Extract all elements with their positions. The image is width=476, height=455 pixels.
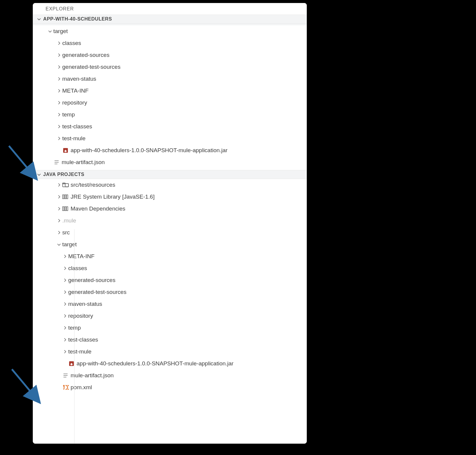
tree-row-label: test-classes	[62, 123, 92, 130]
tree-row[interactable]: classes	[33, 37, 307, 49]
tree-row[interactable]: test-mule	[33, 346, 307, 358]
tree-row-label: generated-test-sources	[68, 289, 126, 295]
section-java-label: JAVA PROJECTS	[43, 172, 84, 177]
tree-row-label: maven-status	[68, 301, 102, 307]
tree-row[interactable]: temp	[33, 322, 307, 334]
tree-row[interactable]: maven-status	[33, 298, 307, 310]
tree-row-label: app-with-40-schedulers-1.0.0-SNAPSHOT-mu…	[77, 360, 234, 367]
tree-row[interactable]: JRE System Library [JavaSE-1.6]	[33, 191, 307, 203]
twisty-spacer	[56, 372, 62, 379]
tree-row-label: mule-artifact.json	[71, 372, 114, 379]
twisty-spacer	[47, 159, 53, 166]
tree-row[interactable]: src/test/resources	[33, 179, 307, 191]
tree-row[interactable]: META-INF	[33, 250, 307, 262]
tree-row[interactable]: pom.xml	[33, 381, 307, 393]
explorer-tree: targetclassesgenerated-sourcesgenerated-…	[33, 25, 307, 168]
chevron-right-icon[interactable]	[62, 301, 68, 307]
twisty-spacer	[56, 384, 62, 391]
chevron-right-icon[interactable]	[56, 217, 62, 224]
chevron-right-icon[interactable]	[56, 182, 62, 188]
tree-row[interactable]: repository	[33, 310, 307, 322]
chevron-right-icon[interactable]	[62, 348, 68, 355]
tree-row[interactable]: target	[33, 25, 307, 37]
tree-row-label: META-INF	[62, 88, 88, 94]
tree-row-label: classes	[62, 40, 81, 46]
tree-row[interactable]: mule-artifact.json	[33, 156, 307, 168]
json-icon	[62, 372, 69, 379]
chevron-right-icon[interactable]	[62, 277, 68, 283]
tree-row-label: temp	[68, 325, 81, 331]
tree-row-label: temp	[62, 111, 75, 118]
chevron-right-icon[interactable]	[56, 64, 62, 70]
tree-row[interactable]: mule-artifact.json	[33, 370, 307, 381]
tree-row-label: generated-sources	[62, 52, 109, 58]
tree-row-label: JRE System Library [JavaSE-1.6]	[71, 194, 155, 200]
tree-row[interactable]: test-classes	[33, 121, 307, 133]
chevron-right-icon[interactable]	[56, 111, 62, 118]
svg-rect-12	[63, 207, 64, 211]
twisty-spacer	[62, 360, 68, 367]
explorer-title: EXPLORER	[33, 3, 307, 15]
chevron-right-icon[interactable]	[56, 135, 62, 142]
tree-row[interactable]: Maven Dependencies	[33, 203, 307, 215]
tree-row-label: Maven Dependencies	[71, 205, 125, 212]
svg-rect-14	[66, 207, 68, 211]
chevron-right-icon[interactable]	[56, 194, 62, 200]
folder-icon	[62, 182, 69, 188]
tree-row[interactable]: .mule	[33, 215, 307, 227]
chevron-right-icon[interactable]	[62, 336, 68, 343]
svg-rect-11	[66, 195, 68, 199]
chevron-right-icon[interactable]	[62, 253, 68, 260]
tree-row[interactable]: test-mule	[33, 133, 307, 144]
chevron-right-icon[interactable]	[56, 99, 62, 106]
tree-row-label: repository	[62, 99, 87, 106]
chevron-down-icon[interactable]	[47, 28, 53, 35]
tree-row[interactable]: generated-sources	[33, 49, 307, 61]
tree-row-label: META-INF	[68, 253, 94, 260]
tree-row[interactable]: target	[33, 239, 307, 250]
tree-row[interactable]: classes	[33, 262, 307, 274]
chevron-right-icon[interactable]	[56, 76, 62, 82]
chevron-right-icon[interactable]	[56, 40, 62, 46]
section-java-header[interactable]: JAVA PROJECTS	[33, 170, 307, 179]
tree-row-label: test-mule	[62, 135, 85, 142]
tree-row-label: target	[53, 28, 68, 35]
svg-rect-16	[71, 364, 73, 365]
tree-row[interactable]: META-INF	[33, 85, 307, 97]
tree-row-label: mule-artifact.json	[62, 159, 105, 166]
chevron-right-icon[interactable]	[56, 229, 62, 236]
chevron-right-icon[interactable]	[62, 265, 68, 272]
tree-row-label: src/test/resources	[71, 182, 115, 188]
tree-row[interactable]: src	[33, 227, 307, 239]
chevron-down-icon[interactable]	[56, 241, 62, 248]
tree-row[interactable]: app-with-40-schedulers-1.0.0-SNAPSHOT-mu…	[33, 358, 307, 370]
tree-row[interactable]: temp	[33, 109, 307, 121]
tree-row-label: classes	[68, 265, 87, 272]
explorer-panel: EXPLORER APP-WITH-40-SCHEDULERS targetcl…	[33, 3, 307, 444]
section-project-header[interactable]: APP-WITH-40-SCHEDULERS	[33, 15, 307, 24]
tree-row[interactable]: test-classes	[33, 334, 307, 346]
lib-icon	[62, 205, 69, 212]
section-project-label: APP-WITH-40-SCHEDULERS	[43, 16, 112, 22]
tree-row-label: test-classes	[68, 336, 98, 343]
chevron-right-icon[interactable]	[56, 123, 62, 130]
tree-row-label: target	[62, 241, 77, 248]
tree-row-label: pom.xml	[71, 384, 92, 391]
chevron-right-icon[interactable]	[62, 313, 68, 319]
svg-rect-8	[65, 184, 69, 187]
tree-row[interactable]: app-with-40-schedulers-1.0.0-SNAPSHOT-mu…	[33, 144, 307, 156]
tree-row[interactable]: generated-test-sources	[33, 286, 307, 298]
chevron-right-icon[interactable]	[56, 52, 62, 58]
tree-row[interactable]: generated-sources	[33, 274, 307, 286]
chevron-right-icon[interactable]	[56, 88, 62, 94]
tree-row[interactable]: repository	[33, 97, 307, 109]
tree-row-label: app-with-40-schedulers-1.0.0-SNAPSHOT-mu…	[71, 147, 228, 154]
chevron-right-icon[interactable]	[56, 205, 62, 212]
chevron-right-icon[interactable]	[62, 289, 68, 295]
tree-row[interactable]: generated-test-sources	[33, 61, 307, 73]
tree-row[interactable]: maven-status	[33, 73, 307, 85]
svg-point-21	[63, 385, 65, 387]
java-projects-tree: src/test/resourcesJRE System Library [Ja…	[33, 179, 307, 393]
chevron-right-icon[interactable]	[62, 325, 68, 331]
jar-icon	[68, 360, 75, 367]
